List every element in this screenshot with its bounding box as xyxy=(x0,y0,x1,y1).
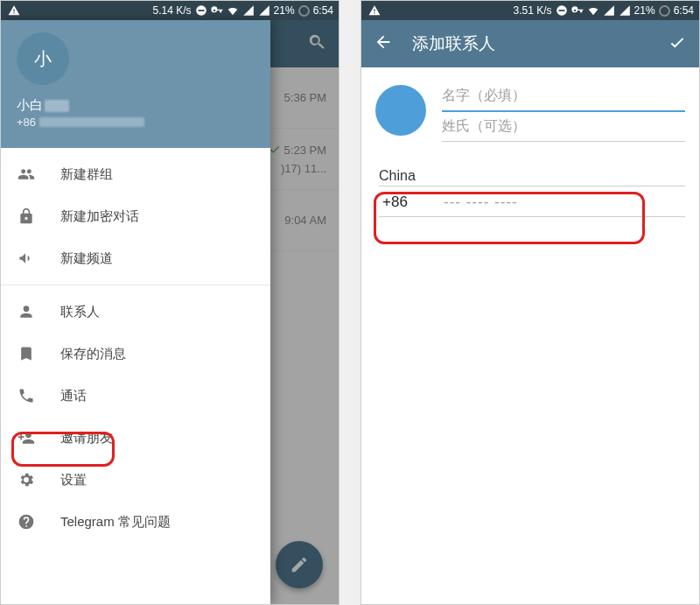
phone-drawer-screen: 5.14 K/s 21% 6:54 5:36 PM 5:23 PM )17) 1… xyxy=(0,0,340,605)
phone-number-field[interactable]: --- ---- ---- xyxy=(444,193,518,211)
contact-avatar-placeholder[interactable] xyxy=(375,85,426,136)
bookmark-icon xyxy=(17,345,36,362)
country-selector[interactable]: China xyxy=(379,168,685,184)
drawer-item-label: 通话 xyxy=(60,388,87,405)
signal-icon xyxy=(603,4,615,17)
drawer-item-label: 新建频道 xyxy=(60,250,113,267)
vpn-key-icon xyxy=(211,4,223,17)
network-speed: 5.14 K/s xyxy=(153,4,192,17)
back-button[interactable] xyxy=(374,32,393,55)
wifi-icon xyxy=(587,4,599,17)
country-code-field[interactable]: +86 xyxy=(382,193,428,211)
svg-rect-3 xyxy=(558,10,564,11)
add-contact-header: 添加联系人 xyxy=(361,20,699,67)
drawer-item-settings[interactable]: 设置 xyxy=(1,459,270,501)
drawer-item-label: Telegram 常见问题 xyxy=(60,514,171,531)
last-name-placeholder: 姓氏（可选） xyxy=(442,118,526,133)
help-icon xyxy=(17,513,36,531)
phone-add-contact-screen: 3.51 K/s 21% 6:54 添加联系人 名字（必填） 姓氏（可选） xyxy=(360,0,700,605)
warning-icon xyxy=(368,4,381,17)
clock: 6:54 xyxy=(674,4,694,17)
drawer-item-label: 设置 xyxy=(60,472,87,489)
invite-icon xyxy=(17,429,36,447)
navigation-drawer: 小 小白 +86 新建群组 新建加密对话 新建频道 xyxy=(1,20,270,604)
user-name: 小白 xyxy=(17,97,255,114)
wifi-icon xyxy=(227,4,239,17)
drawer-item-secret-chat[interactable]: 新建加密对话 xyxy=(1,195,270,237)
confirm-button[interactable] xyxy=(668,32,687,55)
drawer-item-label: 新建加密对话 xyxy=(60,208,139,225)
drawer-item-label: 新建群组 xyxy=(60,166,113,183)
battery-circle-icon xyxy=(298,5,310,17)
phone-icon xyxy=(17,387,36,405)
drawer-item-new-channel[interactable]: 新建频道 xyxy=(1,237,270,279)
user-avatar[interactable]: 小 xyxy=(17,32,69,85)
signal-icon-2 xyxy=(619,4,631,17)
drawer-list: 新建群组 新建加密对话 新建频道 联系人 保存的消息 通话 xyxy=(1,148,270,548)
drawer-item-invite-friends[interactable]: 邀请朋友 xyxy=(1,417,270,459)
first-name-placeholder: 名字（必填） xyxy=(442,88,526,102)
drawer-item-saved-messages[interactable]: 保存的消息 xyxy=(1,333,270,375)
signal-icon xyxy=(242,4,255,17)
person-icon xyxy=(17,303,36,320)
drawer-item-calls[interactable]: 通话 xyxy=(1,375,270,417)
drawer-item-label: 邀请朋友 xyxy=(60,430,113,447)
signal-icon-2 xyxy=(258,4,270,17)
dnd-icon xyxy=(556,4,568,17)
battery-circle-icon xyxy=(659,5,670,17)
drawer-item-label: 联系人 xyxy=(60,304,100,320)
divider xyxy=(1,285,270,285)
lock-icon xyxy=(17,208,36,225)
warning-icon xyxy=(8,4,20,17)
drawer-item-label: 保存的消息 xyxy=(60,346,126,362)
gear-icon xyxy=(17,471,36,489)
clock: 6:54 xyxy=(313,4,333,17)
battery-percent: 21% xyxy=(274,4,295,17)
status-bar: 3.51 K/s 21% 6:54 xyxy=(361,1,699,20)
network-speed: 3.51 K/s xyxy=(514,4,552,17)
vpn-key-icon xyxy=(571,4,584,17)
last-name-field[interactable]: 姓氏（可选） xyxy=(442,112,685,142)
drawer-item-faq[interactable]: Telegram 常见问题 xyxy=(1,501,270,543)
battery-percent: 21% xyxy=(634,4,655,17)
drawer-item-new-group[interactable]: 新建群组 xyxy=(1,153,270,195)
group-icon xyxy=(17,165,36,183)
dnd-icon xyxy=(195,4,207,17)
drawer-item-contacts[interactable]: 联系人 xyxy=(1,291,270,333)
drawer-header[interactable]: 小 小白 +86 xyxy=(1,20,270,148)
page-title: 添加联系人 xyxy=(412,32,648,55)
svg-rect-1 xyxy=(198,10,204,11)
megaphone-icon xyxy=(17,250,36,267)
first-name-field[interactable]: 名字（必填） xyxy=(442,81,685,112)
status-bar: 5.14 K/s 21% 6:54 xyxy=(1,1,339,20)
add-contact-form: 名字（必填） 姓氏（可选） China +86 --- ---- ---- xyxy=(361,67,699,231)
user-phone: +86 xyxy=(17,116,255,129)
